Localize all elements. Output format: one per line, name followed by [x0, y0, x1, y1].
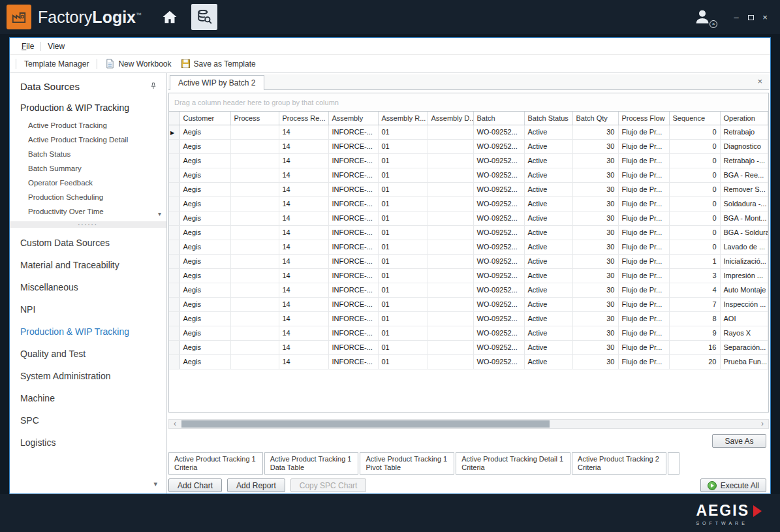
sidebar-category-quality-and-test[interactable]: Quality and Test — [10, 343, 166, 365]
cell-process — [230, 268, 279, 283]
cell-process — [230, 340, 279, 354]
cell-assembly-r: 01 — [378, 354, 428, 369]
sidebar-item-active-product-tracking-detail[interactable]: Active Product Tracking Detail — [10, 133, 166, 147]
template-manager-button[interactable]: Template Manager — [20, 57, 93, 70]
sidebar-category-production-wip-tracking[interactable]: Production & WIP Tracking — [10, 321, 166, 343]
column-header-assembly[interactable]: Assembly — [328, 112, 378, 125]
cell-customer: Aegis — [179, 283, 230, 297]
sidebar-item-operator-feedback[interactable]: Operator Feedback — [10, 176, 166, 190]
cell-operation: BGA - Mont... — [720, 211, 768, 225]
cell-process — [230, 283, 279, 297]
grid-row-12[interactable]: Aegis14INFORCE-...01WO-09252...Active30F… — [169, 283, 768, 297]
horizontal-scrollbar[interactable]: ‹ › — [168, 419, 769, 429]
cell-process-re: 14 — [279, 311, 328, 326]
column-header-customer[interactable]: Customer — [179, 112, 230, 125]
grid-row-10[interactable]: Aegis14INFORCE-...01WO-09252...Active30F… — [169, 254, 768, 268]
cell-sequence: 0 — [669, 125, 720, 139]
sidebar-category-logistics[interactable]: Logistics — [10, 431, 166, 454]
tab-active-wip-by-batch-2[interactable]: Active WIP by Batch 2 — [170, 75, 264, 90]
group-by-area[interactable]: Drag a column header here to group by th… — [169, 93, 768, 112]
column-header-process[interactable]: Process — [230, 112, 279, 125]
sidebar-category-miscellaneous[interactable]: Miscellaneous — [10, 276, 166, 298]
save-as-template-button[interactable]: Save as Template — [176, 57, 260, 70]
grid-row-7[interactable]: Aegis14INFORCE-...01WO-09252...Active30F… — [169, 211, 768, 225]
menu-item-view[interactable]: View — [42, 40, 70, 53]
sidebar-item-batch-status[interactable]: Batch Status — [10, 147, 166, 161]
tab-close-icon[interactable]: × — [757, 76, 762, 86]
cell-process-flow: Flujo de Pr... — [618, 340, 669, 354]
sidebar-item-production-scheduling[interactable]: Production Scheduling — [10, 190, 166, 204]
menu-item-file[interactable]: File — [16, 40, 39, 53]
cell-operation: Inicializació... — [720, 254, 768, 268]
grid-row-8[interactable]: Aegis14INFORCE-...01WO-09252...Active30F… — [169, 225, 768, 240]
sheet-tab-active-product-tracking-1-data-table[interactable]: Active Product Tracking 1Data Table — [264, 452, 359, 475]
column-header-operation[interactable]: Operation — [720, 112, 768, 125]
grid-row-4[interactable]: Aegis14INFORCE-...01WO-09252...Active30F… — [169, 168, 768, 182]
cell-process — [230, 125, 279, 139]
column-header-batch-qty[interactable]: Batch Qty — [572, 112, 618, 125]
grid-row-14[interactable]: Aegis14INFORCE-...01WO-09252...Active30F… — [169, 311, 768, 326]
sidebar-category-custom-data-sources[interactable]: Custom Data Sources — [10, 232, 166, 254]
column-header-assembly-d[interactable]: Assembly D... — [428, 112, 473, 125]
minimize-button[interactable]: – — [729, 12, 743, 22]
scroll-left-icon[interactable]: ‹ — [170, 420, 180, 428]
sidebar-scroll-strip[interactable]: •••••• — [10, 221, 166, 228]
save-as-button[interactable]: Save As — [712, 434, 766, 448]
grid-row-1[interactable]: ▶Aegis14INFORCE-...01WO-09252...Active30… — [169, 125, 768, 139]
column-header-assembly-r[interactable]: Assembly R... — [378, 112, 428, 125]
save-template-icon — [181, 59, 191, 69]
sheet-tab-active-product-tracking-1-criteria[interactable]: Active Product Tracking 1Criteria — [168, 452, 263, 475]
row-indicator — [169, 225, 179, 240]
column-header-batch-status[interactable]: Batch Status — [524, 112, 572, 125]
sidebar-category-material-and-traceability[interactable]: Material and Traceability — [10, 254, 166, 276]
grid-row-13[interactable]: Aegis14INFORCE-...01WO-09252...Active30F… — [169, 297, 768, 311]
cell-process — [230, 297, 279, 311]
add-report-button[interactable]: Add Report — [227, 478, 285, 492]
sidebar-category-spc[interactable]: SPC — [10, 409, 166, 431]
grid-row-3[interactable]: Aegis14INFORCE-...01WO-09252...Active30F… — [169, 153, 768, 168]
home-button[interactable] — [159, 6, 181, 28]
cell-batch-qty: 30 — [572, 254, 618, 268]
sidebar-category-npi[interactable]: NPI — [10, 298, 166, 321]
grid-row-5[interactable]: Aegis14INFORCE-...01WO-09252...Active30F… — [169, 182, 768, 196]
list-scroll-down-icon[interactable]: ▾ — [158, 210, 161, 217]
sidebar-item-productivity-over-time[interactable]: Productivity Over Time — [10, 204, 166, 219]
cell-process-flow: Flujo de Pr... — [618, 311, 669, 326]
scroll-right-icon[interactable]: › — [757, 420, 768, 428]
sidebar-scroll-down-icon[interactable]: ▾ — [153, 480, 157, 488]
add-chart-button[interactable]: Add Chart — [168, 478, 222, 492]
row-indicator — [169, 168, 179, 182]
new-workbook-button[interactable]: New Workbook — [101, 57, 176, 70]
grid-row-17[interactable]: Aegis14INFORCE-...01WO-09252...Active30F… — [169, 354, 768, 369]
sidebar-category-machine[interactable]: Machine — [10, 387, 166, 409]
grid-row-2[interactable]: Aegis14INFORCE-...01WO-09252...Active30F… — [169, 139, 768, 153]
grid-row-6[interactable]: Aegis14INFORCE-...01WO-09252...Active30F… — [169, 196, 768, 211]
sidebar-item-active-product-tracking[interactable]: Active Product Tracking — [10, 118, 166, 133]
cell-assembly-r: 01 — [378, 240, 428, 254]
grid-row-9[interactable]: Aegis14INFORCE-...01WO-09252...Active30F… — [169, 240, 768, 254]
sheet-tab-active-product-tracking-1-pivot-table[interactable]: Active Product Tracking 1Pivot Table — [360, 452, 454, 475]
grid-row-16[interactable]: Aegis14INFORCE-...01WO-09252...Active30F… — [169, 340, 768, 354]
grid-row-11[interactable]: Aegis14INFORCE-...01WO-09252...Active30F… — [169, 268, 768, 283]
grid-row-15[interactable]: Aegis14INFORCE-...01WO-09252...Active30F… — [169, 326, 768, 340]
maximize-button[interactable] — [743, 12, 758, 22]
sheet-tab-active-product-tracking-2-criteria[interactable]: Active Product Tracking 2Criteria — [572, 452, 666, 475]
close-button[interactable]: × — [758, 12, 772, 22]
column-header-batch[interactable]: Batch — [473, 112, 524, 125]
copy-spc-chart-button[interactable]: Copy SPC Chart — [290, 478, 367, 492]
execute-all-button[interactable]: Execute All — [700, 478, 766, 492]
cell-process-flow: Flujo de Pr... — [618, 354, 669, 369]
column-header-process-re[interactable]: Process Re... — [279, 112, 328, 125]
pin-icon[interactable] — [149, 81, 157, 92]
scrollbar-thumb[interactable] — [181, 420, 550, 428]
sidebar-category-system-administration[interactable]: System Administration — [10, 365, 166, 387]
user-button[interactable]: × — [693, 7, 715, 27]
column-header-sequence[interactable]: Sequence — [669, 112, 720, 125]
column-header-process-flow[interactable]: Process Flow — [618, 112, 669, 125]
sheet-tab-active-product-tracking-detail-1-criteria[interactable]: Active Product Tracking Detail 1Criteria — [456, 452, 570, 475]
data-browser-button[interactable] — [191, 4, 217, 30]
cell-batch-qty: 30 — [572, 240, 618, 254]
sidebar-section-production-wip-tracking[interactable]: Production & WIP Tracking — [10, 96, 166, 118]
sidebar-item-batch-summary[interactable]: Batch Summary — [10, 161, 166, 176]
cell-assembly-r: 01 — [378, 268, 428, 283]
